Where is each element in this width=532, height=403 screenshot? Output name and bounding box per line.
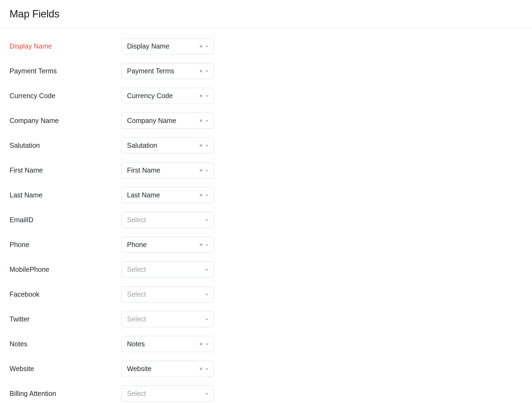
field-label: Billing Attention	[10, 390, 121, 398]
select-value: Display Name	[127, 42, 197, 50]
field-select-wrap: Notes×	[121, 336, 214, 352]
select-value: Salutation	[127, 142, 197, 149]
field-select-wrap: Select	[121, 386, 214, 402]
field-row: Last NameLast Name×	[10, 183, 522, 207]
field-label: Website	[10, 365, 121, 373]
field-row: FacebookSelect	[10, 282, 522, 307]
field-label: Salutation	[10, 142, 121, 149]
field-select[interactable]: Select	[121, 386, 214, 402]
field-select[interactable]: First Name×	[121, 162, 214, 178]
field-row: Display NameDisplay Name×	[10, 34, 522, 59]
field-select[interactable]: Last Name×	[121, 187, 214, 203]
field-row: Payment TermsPayment Terms×	[10, 59, 522, 83]
select-value: Website	[127, 365, 197, 373]
select-indicators: ×	[199, 341, 209, 348]
chevron-down-icon[interactable]	[204, 391, 209, 396]
field-select-wrap: Display Name×	[121, 38, 214, 54]
chevron-down-icon[interactable]	[204, 143, 209, 148]
map-fields-page: Map Fields Display NameDisplay Name×Paym…	[0, 0, 532, 403]
field-select[interactable]: Notes×	[121, 336, 214, 352]
select-placeholder: Select	[127, 266, 202, 273]
clear-icon[interactable]: ×	[199, 241, 203, 248]
chevron-down-icon[interactable]	[204, 242, 209, 247]
chevron-down-icon[interactable]	[204, 317, 209, 322]
field-select[interactable]: Select	[121, 212, 214, 228]
select-value: Phone	[127, 241, 197, 249]
field-select-wrap: Select	[121, 261, 214, 278]
field-label: Display Name	[10, 42, 121, 50]
select-value: Last Name	[127, 191, 197, 199]
field-select[interactable]: Company Name×	[121, 113, 214, 129]
chevron-down-icon[interactable]	[204, 342, 209, 347]
field-row: WebsiteWebsite×	[10, 356, 522, 381]
field-label: Phone	[10, 241, 121, 249]
field-mapping-body: Display NameDisplay Name×Payment TermsPa…	[0, 28, 532, 403]
select-indicators: ×	[199, 92, 209, 100]
select-indicators	[204, 267, 209, 272]
clear-icon[interactable]: ×	[199, 142, 203, 149]
select-indicators: ×	[199, 241, 209, 248]
field-select[interactable]: Payment Terms×	[121, 63, 214, 79]
select-value: Payment Terms	[127, 67, 197, 75]
field-select-wrap: Select	[121, 212, 214, 228]
field-row: First NameFirst Name×	[10, 158, 522, 183]
chevron-down-icon[interactable]	[204, 69, 209, 74]
select-value: First Name	[127, 166, 197, 174]
field-row: PhonePhone×	[10, 232, 522, 257]
field-label: Payment Terms	[10, 67, 121, 75]
select-placeholder: Select	[127, 290, 202, 298]
clear-icon[interactable]: ×	[199, 117, 203, 124]
clear-icon[interactable]: ×	[199, 192, 203, 199]
field-row: NotesNotes×	[10, 332, 522, 356]
field-select[interactable]: Salutation×	[121, 137, 214, 154]
clear-icon[interactable]: ×	[199, 68, 203, 75]
field-select-wrap: Website×	[121, 361, 214, 377]
select-indicators: ×	[199, 142, 209, 149]
field-select[interactable]: Currency Code×	[121, 88, 214, 104]
field-select[interactable]: Phone×	[121, 237, 214, 253]
field-label: Company Name	[10, 117, 121, 125]
chevron-down-icon[interactable]	[204, 218, 209, 222]
field-label: Twitter	[10, 315, 121, 323]
field-select-wrap: Phone×	[121, 237, 214, 253]
select-placeholder: Select	[127, 390, 202, 398]
field-row: Billing AttentionSelect	[10, 381, 522, 403]
select-value: Notes	[127, 340, 197, 348]
select-indicators: ×	[199, 192, 209, 199]
select-indicators: ×	[199, 167, 209, 174]
field-select[interactable]: Select	[121, 311, 214, 327]
clear-icon[interactable]: ×	[199, 365, 203, 372]
clear-icon[interactable]: ×	[199, 92, 203, 100]
field-select-wrap: Payment Terms×	[121, 63, 214, 79]
field-select-wrap: First Name×	[121, 162, 214, 178]
field-select[interactable]: Display Name×	[121, 38, 214, 54]
chevron-down-icon[interactable]	[204, 44, 209, 49]
chevron-down-icon[interactable]	[204, 118, 209, 123]
field-row: Company NameCompany Name×	[10, 108, 522, 133]
clear-icon[interactable]: ×	[199, 167, 203, 174]
field-select[interactable]: Website×	[121, 361, 214, 377]
select-indicators: ×	[199, 365, 209, 372]
chevron-down-icon[interactable]	[204, 94, 209, 98]
select-indicators	[204, 218, 209, 222]
select-placeholder: Select	[127, 315, 202, 323]
page-title: Map Fields	[10, 8, 522, 20]
clear-icon[interactable]: ×	[199, 341, 203, 348]
clear-icon[interactable]: ×	[199, 43, 203, 50]
select-value: Company Name	[127, 117, 197, 125]
field-label: Currency Code	[10, 92, 121, 100]
select-indicators	[204, 317, 209, 322]
chevron-down-icon[interactable]	[204, 168, 209, 173]
field-label: Notes	[10, 340, 121, 348]
chevron-down-icon[interactable]	[204, 193, 209, 198]
select-indicators	[204, 292, 209, 297]
field-select[interactable]: Select	[121, 286, 214, 302]
field-label: EmailID	[10, 216, 121, 224]
chevron-down-icon[interactable]	[204, 267, 209, 272]
field-label: First Name	[10, 166, 121, 174]
select-value: Currency Code	[127, 92, 197, 100]
chevron-down-icon[interactable]	[204, 292, 209, 297]
field-select[interactable]: Select	[121, 261, 214, 278]
field-label: Facebook	[10, 290, 121, 298]
chevron-down-icon[interactable]	[204, 366, 209, 371]
